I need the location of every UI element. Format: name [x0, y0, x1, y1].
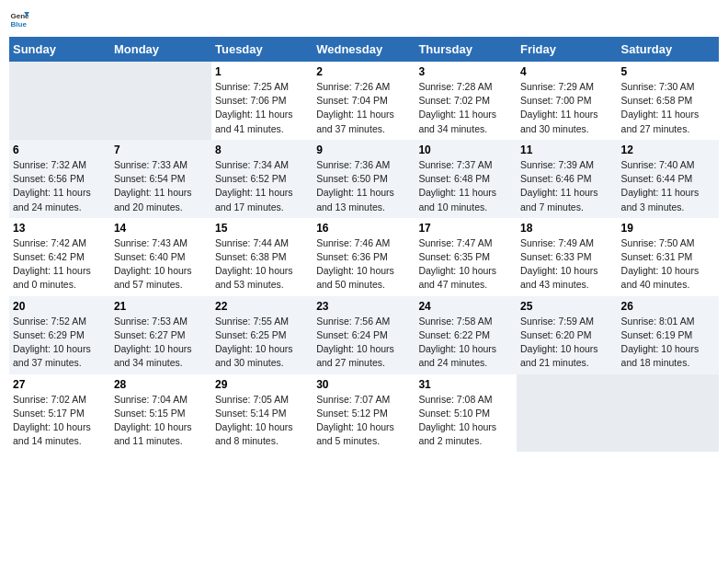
- day-info: Sunrise: 7:32 AM Sunset: 6:56 PM Dayligh…: [13, 158, 107, 214]
- page-header: General Blue: [9, 9, 719, 29]
- calendar-cell: 12Sunrise: 7:40 AM Sunset: 6:44 PM Dayli…: [618, 140, 719, 218]
- calendar-cell: 26Sunrise: 8:01 AM Sunset: 6:19 PM Dayli…: [618, 296, 719, 374]
- column-header-friday: Friday: [517, 37, 618, 62]
- calendar-cell: 1Sunrise: 7:25 AM Sunset: 7:06 PM Daylig…: [211, 62, 313, 140]
- day-info: Sunrise: 7:07 AM Sunset: 5:12 PM Dayligh…: [316, 393, 411, 449]
- calendar-cell: 2Sunrise: 7:26 AM Sunset: 7:04 PM Daylig…: [313, 62, 415, 140]
- day-info: Sunrise: 7:59 AM Sunset: 6:20 PM Dayligh…: [520, 315, 614, 371]
- day-info: Sunrise: 8:01 AM Sunset: 6:19 PM Dayligh…: [621, 315, 715, 371]
- week-row-2: 6Sunrise: 7:32 AM Sunset: 6:56 PM Daylig…: [9, 140, 719, 218]
- day-number: 5: [621, 65, 715, 78]
- calendar-cell: 16Sunrise: 7:46 AM Sunset: 6:36 PM Dayli…: [313, 218, 415, 296]
- logo-icon: General Blue: [9, 9, 29, 29]
- calendar-cell: 11Sunrise: 7:39 AM Sunset: 6:46 PM Dayli…: [517, 140, 618, 218]
- day-number: 24: [418, 300, 513, 313]
- day-number: 15: [215, 222, 309, 235]
- column-header-monday: Monday: [110, 37, 211, 62]
- day-number: 20: [13, 300, 107, 313]
- day-info: Sunrise: 7:04 AM Sunset: 5:15 PM Dayligh…: [114, 393, 208, 449]
- day-number: 18: [520, 222, 614, 235]
- calendar-cell: 4Sunrise: 7:29 AM Sunset: 7:00 PM Daylig…: [517, 62, 618, 140]
- day-number: 30: [316, 378, 411, 391]
- day-number: 19: [621, 222, 715, 235]
- day-number: 23: [316, 300, 411, 313]
- column-header-thursday: Thursday: [415, 37, 517, 62]
- column-header-saturday: Saturday: [618, 37, 719, 62]
- week-row-4: 20Sunrise: 7:52 AM Sunset: 6:29 PM Dayli…: [9, 296, 719, 374]
- column-header-wednesday: Wednesday: [313, 37, 415, 62]
- calendar-cell: [517, 374, 618, 453]
- day-info: Sunrise: 7:46 AM Sunset: 6:36 PM Dayligh…: [316, 236, 411, 293]
- day-info: Sunrise: 7:47 AM Sunset: 6:35 PM Dayligh…: [418, 236, 513, 293]
- svg-text:Blue: Blue: [10, 20, 27, 29]
- day-number: 3: [418, 65, 513, 78]
- calendar-cell: 14Sunrise: 7:43 AM Sunset: 6:40 PM Dayli…: [110, 218, 211, 296]
- day-number: 26: [621, 300, 715, 313]
- day-info: Sunrise: 7:36 AM Sunset: 6:50 PM Dayligh…: [316, 158, 411, 214]
- day-number: 11: [520, 144, 614, 156]
- calendar-cell: 24Sunrise: 7:58 AM Sunset: 6:22 PM Dayli…: [415, 296, 517, 374]
- day-info: Sunrise: 7:33 AM Sunset: 6:54 PM Dayligh…: [114, 158, 208, 214]
- calendar-cell: 20Sunrise: 7:52 AM Sunset: 6:29 PM Dayli…: [9, 296, 110, 374]
- calendar-cell: 18Sunrise: 7:49 AM Sunset: 6:33 PM Dayli…: [517, 218, 618, 296]
- day-number: 31: [418, 378, 513, 391]
- day-number: 29: [215, 378, 309, 391]
- day-info: Sunrise: 7:56 AM Sunset: 6:24 PM Dayligh…: [316, 315, 411, 371]
- day-info: Sunrise: 7:42 AM Sunset: 6:42 PM Dayligh…: [13, 236, 107, 293]
- day-info: Sunrise: 7:58 AM Sunset: 6:22 PM Dayligh…: [418, 315, 513, 371]
- calendar-cell: [618, 374, 719, 453]
- day-info: Sunrise: 7:26 AM Sunset: 7:04 PM Dayligh…: [316, 80, 411, 136]
- day-number: 8: [215, 144, 309, 156]
- calendar-cell: 9Sunrise: 7:36 AM Sunset: 6:50 PM Daylig…: [313, 140, 415, 218]
- day-number: 21: [114, 300, 208, 313]
- day-number: 28: [114, 378, 208, 391]
- day-info: Sunrise: 7:02 AM Sunset: 5:17 PM Dayligh…: [13, 393, 107, 449]
- day-number: 9: [316, 144, 411, 156]
- calendar-cell: 13Sunrise: 7:42 AM Sunset: 6:42 PM Dayli…: [9, 218, 110, 296]
- calendar-cell: [110, 62, 211, 140]
- calendar-cell: 31Sunrise: 7:08 AM Sunset: 5:10 PM Dayli…: [415, 374, 517, 453]
- day-info: Sunrise: 7:53 AM Sunset: 6:27 PM Dayligh…: [114, 315, 208, 371]
- day-number: 17: [418, 222, 513, 235]
- day-info: Sunrise: 7:50 AM Sunset: 6:31 PM Dayligh…: [621, 236, 715, 293]
- calendar-cell: 22Sunrise: 7:55 AM Sunset: 6:25 PM Dayli…: [211, 296, 313, 374]
- calendar-table: SundayMondayTuesdayWednesdayThursdayFrid…: [9, 37, 719, 452]
- calendar-cell: 3Sunrise: 7:28 AM Sunset: 7:02 PM Daylig…: [415, 62, 517, 140]
- day-info: Sunrise: 7:25 AM Sunset: 7:06 PM Dayligh…: [215, 80, 309, 136]
- week-row-1: 1Sunrise: 7:25 AM Sunset: 7:06 PM Daylig…: [9, 62, 719, 140]
- day-info: Sunrise: 7:34 AM Sunset: 6:52 PM Dayligh…: [215, 158, 309, 214]
- day-number: 14: [114, 222, 208, 235]
- calendar-cell: [9, 62, 110, 140]
- day-info: Sunrise: 7:37 AM Sunset: 6:48 PM Dayligh…: [418, 158, 513, 214]
- day-number: 1: [215, 65, 309, 78]
- week-row-3: 13Sunrise: 7:42 AM Sunset: 6:42 PM Dayli…: [9, 218, 719, 296]
- day-info: Sunrise: 7:39 AM Sunset: 6:46 PM Dayligh…: [520, 158, 614, 214]
- calendar-cell: 28Sunrise: 7:04 AM Sunset: 5:15 PM Dayli…: [110, 374, 211, 453]
- day-number: 16: [316, 222, 411, 235]
- calendar-cell: 6Sunrise: 7:32 AM Sunset: 6:56 PM Daylig…: [9, 140, 110, 218]
- calendar-cell: 8Sunrise: 7:34 AM Sunset: 6:52 PM Daylig…: [211, 140, 313, 218]
- day-number: 6: [13, 144, 107, 156]
- column-header-tuesday: Tuesday: [211, 37, 313, 62]
- column-header-sunday: Sunday: [9, 37, 110, 62]
- calendar-cell: 17Sunrise: 7:47 AM Sunset: 6:35 PM Dayli…: [415, 218, 517, 296]
- day-info: Sunrise: 7:44 AM Sunset: 6:38 PM Dayligh…: [215, 236, 309, 293]
- calendar-cell: 10Sunrise: 7:37 AM Sunset: 6:48 PM Dayli…: [415, 140, 517, 218]
- day-info: Sunrise: 7:29 AM Sunset: 7:00 PM Dayligh…: [520, 80, 614, 136]
- header-row: SundayMondayTuesdayWednesdayThursdayFrid…: [9, 37, 719, 62]
- calendar-cell: 29Sunrise: 7:05 AM Sunset: 5:14 PM Dayli…: [211, 374, 313, 453]
- day-info: Sunrise: 7:55 AM Sunset: 6:25 PM Dayligh…: [215, 315, 309, 371]
- day-info: Sunrise: 7:52 AM Sunset: 6:29 PM Dayligh…: [13, 315, 107, 371]
- day-number: 25: [520, 300, 614, 313]
- day-info: Sunrise: 7:43 AM Sunset: 6:40 PM Dayligh…: [114, 236, 208, 293]
- day-info: Sunrise: 7:05 AM Sunset: 5:14 PM Dayligh…: [215, 393, 309, 449]
- calendar-cell: 21Sunrise: 7:53 AM Sunset: 6:27 PM Dayli…: [110, 296, 211, 374]
- calendar-cell: 27Sunrise: 7:02 AM Sunset: 5:17 PM Dayli…: [9, 374, 110, 453]
- day-number: 12: [621, 144, 715, 156]
- calendar-cell: 5Sunrise: 7:30 AM Sunset: 6:58 PM Daylig…: [618, 62, 719, 140]
- calendar-cell: 30Sunrise: 7:07 AM Sunset: 5:12 PM Dayli…: [313, 374, 415, 453]
- calendar-cell: 19Sunrise: 7:50 AM Sunset: 6:31 PM Dayli…: [618, 218, 719, 296]
- calendar-cell: 15Sunrise: 7:44 AM Sunset: 6:38 PM Dayli…: [211, 218, 313, 296]
- day-info: Sunrise: 7:28 AM Sunset: 7:02 PM Dayligh…: [418, 80, 513, 136]
- calendar-cell: 7Sunrise: 7:33 AM Sunset: 6:54 PM Daylig…: [110, 140, 211, 218]
